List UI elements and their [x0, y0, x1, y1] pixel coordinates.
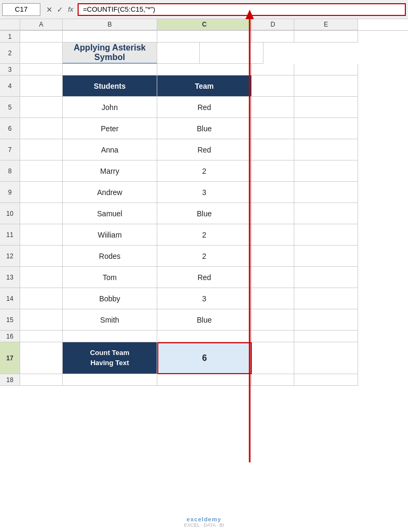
cell-c16[interactable]: [157, 331, 252, 342]
cell-d11[interactable]: [252, 224, 294, 246]
cell-d17[interactable]: [252, 342, 294, 374]
cell-a18[interactable]: [20, 374, 63, 386]
cell-e4[interactable]: [294, 75, 358, 97]
cell-reference-box[interactable]: C17: [2, 3, 40, 16]
student-10[interactable]: Samuel: [63, 203, 157, 224]
team-8[interactable]: 2: [157, 161, 252, 182]
team-11[interactable]: 2: [157, 224, 252, 246]
result-label-cell[interactable]: Count TeamHaving Text: [63, 342, 157, 374]
student-13[interactable]: Tom: [63, 267, 157, 288]
cell-d16[interactable]: [252, 331, 294, 342]
cell-d1[interactable]: [252, 31, 294, 43]
student-9[interactable]: Andrew: [63, 182, 157, 203]
cell-a10[interactable]: [20, 203, 63, 224]
team-6[interactable]: Blue: [157, 118, 252, 139]
team-header[interactable]: Team: [157, 75, 252, 97]
student-11[interactable]: Wiiliam: [63, 224, 157, 246]
student-6[interactable]: Peter: [63, 118, 157, 139]
cell-a6[interactable]: [20, 118, 63, 139]
cell-c1[interactable]: [157, 31, 252, 43]
cell-a2[interactable]: [20, 43, 63, 64]
cell-d5[interactable]: [252, 97, 294, 118]
result-value-cell[interactable]: 6: [157, 342, 252, 374]
cell-a1[interactable]: [20, 31, 63, 43]
cell-b3[interactable]: [63, 64, 157, 75]
team-13[interactable]: Red: [157, 267, 252, 288]
title-cell[interactable]: Applying Asterisk Symbol: [63, 43, 157, 64]
cell-b18[interactable]: [63, 374, 157, 386]
cell-e3[interactable]: [294, 64, 358, 75]
cell-a3[interactable]: [20, 64, 63, 75]
cancel-icon[interactable]: ✕: [45, 5, 54, 14]
cell-a8[interactable]: [20, 161, 63, 182]
cell-e7[interactable]: [294, 139, 358, 161]
students-header[interactable]: Students: [63, 75, 157, 97]
cell-c3[interactable]: [157, 64, 252, 75]
cell-d9[interactable]: [252, 182, 294, 203]
cell-a13[interactable]: [20, 267, 63, 288]
cell-e6[interactable]: [294, 118, 358, 139]
cell-d7[interactable]: [252, 139, 294, 161]
cell-a12[interactable]: [20, 246, 63, 267]
confirm-icon[interactable]: ✓: [55, 5, 65, 14]
cell-d15[interactable]: [252, 309, 294, 331]
cell-a5[interactable]: [20, 97, 63, 118]
cell-d8[interactable]: [252, 161, 294, 182]
student-5[interactable]: John: [63, 97, 157, 118]
team-7[interactable]: Red: [157, 139, 252, 161]
team-12[interactable]: 2: [157, 246, 252, 267]
team-5[interactable]: Red: [157, 97, 252, 118]
cell-d3[interactable]: [252, 64, 294, 75]
cell-e15[interactable]: [294, 309, 358, 331]
col-header-a[interactable]: A: [20, 19, 63, 30]
cell-a16[interactable]: [20, 331, 63, 342]
team-14[interactable]: 3: [157, 288, 252, 309]
col-header-c[interactable]: C: [157, 19, 252, 30]
student-15[interactable]: Smith: [63, 309, 157, 331]
student-12[interactable]: Rodes: [63, 246, 157, 267]
student-7[interactable]: Anna: [63, 139, 157, 161]
col-header-b[interactable]: B: [63, 19, 157, 30]
cell-a15[interactable]: [20, 309, 63, 331]
team-10[interactable]: Blue: [157, 203, 252, 224]
cell-a14[interactable]: [20, 288, 63, 309]
cell-e16[interactable]: [294, 331, 358, 342]
cell-e11[interactable]: [294, 224, 358, 246]
col-header-d[interactable]: D: [252, 19, 294, 30]
cell-a11[interactable]: [20, 224, 63, 246]
cell-b1[interactable]: [63, 31, 157, 43]
cell-c18[interactable]: [157, 374, 252, 386]
cell-d4[interactable]: [252, 75, 294, 97]
cell-e14[interactable]: [294, 288, 358, 309]
col-header-e[interactable]: E: [294, 19, 358, 30]
cell-d10[interactable]: [252, 203, 294, 224]
cell-e1[interactable]: [294, 31, 358, 43]
cell-e8[interactable]: [294, 161, 358, 182]
cell-e9[interactable]: [294, 182, 358, 203]
cell-d14[interactable]: [252, 288, 294, 309]
cell-e13[interactable]: [294, 267, 358, 288]
team-15[interactable]: Blue: [157, 309, 252, 331]
cell-a17[interactable]: [20, 342, 63, 374]
cell-e18[interactable]: [294, 374, 358, 386]
cell-e12[interactable]: [294, 246, 358, 267]
formula-input[interactable]: =COUNTIF(C5:C15,"*"): [78, 3, 406, 16]
team-9[interactable]: 3: [157, 182, 252, 203]
cell-e2[interactable]: [200, 43, 264, 64]
student-14[interactable]: Bobby: [63, 288, 157, 309]
cell-a9[interactable]: [20, 182, 63, 203]
student-8[interactable]: Marry: [63, 161, 157, 182]
row-num-13: 13: [0, 267, 20, 288]
cell-e10[interactable]: [294, 203, 358, 224]
row-num-1: 1: [0, 31, 20, 43]
cell-d18[interactable]: [252, 374, 294, 386]
cell-e17[interactable]: [294, 342, 358, 374]
cell-a4[interactable]: [20, 75, 63, 97]
cell-e5[interactable]: [294, 97, 358, 118]
cell-d6[interactable]: [252, 118, 294, 139]
cell-d13[interactable]: [252, 267, 294, 288]
cell-d12[interactable]: [252, 246, 294, 267]
cell-b16[interactable]: [63, 331, 157, 342]
cell-a7[interactable]: [20, 139, 63, 161]
cell-d2[interactable]: [157, 43, 200, 64]
